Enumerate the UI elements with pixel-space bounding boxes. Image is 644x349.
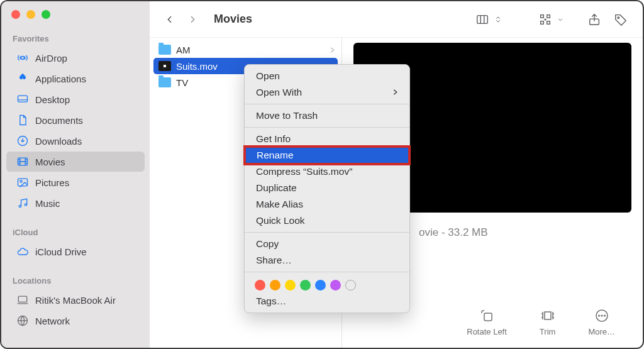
sidebar-item-macbook[interactable]: Ritik's MacBook Air	[6, 290, 145, 310]
ctx-open[interactable]: Open	[245, 68, 409, 84]
sidebar-item-airdrop[interactable]: AirDrop	[6, 48, 145, 68]
pictures-icon	[16, 176, 29, 189]
finder-window: Favorites AirDrop Applications Desktop D…	[0, 0, 644, 349]
tag-red[interactable]	[255, 280, 265, 291]
action-label: More…	[588, 327, 615, 336]
sidebar-item-label: Documents	[35, 115, 83, 126]
svg-rect-11	[541, 14, 544, 18]
ctx-get-info[interactable]: Get Info	[245, 131, 409, 147]
sidebar-item-label: Desktop	[35, 94, 70, 105]
more-button[interactable]: More…	[588, 308, 615, 336]
share-button[interactable]	[584, 11, 605, 28]
window-title: Movies	[214, 13, 252, 26]
action-label: Trim	[540, 327, 556, 336]
sidebar-item-movies[interactable]: Movies	[6, 152, 145, 172]
svg-rect-19	[545, 312, 551, 319]
ctx-make-alias[interactable]: Make Alias	[245, 196, 409, 213]
sidebar-item-network[interactable]: Network	[6, 311, 145, 331]
svg-rect-14	[547, 21, 550, 24]
trim-icon	[540, 308, 555, 323]
separator	[245, 104, 409, 104]
network-icon	[16, 314, 29, 327]
ctx-move-to-trash[interactable]: Move to Trash	[245, 108, 409, 124]
svg-rect-12	[547, 14, 550, 18]
sidebar-section-favorites: Favorites	[1, 34, 150, 47]
icloud-icon	[16, 245, 29, 258]
svg-point-17	[618, 16, 619, 18]
context-menu: Open Open With Move to Trash Get Info Re…	[244, 64, 410, 313]
svg-point-6	[19, 205, 21, 207]
ctx-open-with[interactable]: Open With	[245, 84, 409, 101]
sidebar-item-label: iCloud Drive	[35, 247, 87, 257]
sidebar-item-label: Pictures	[35, 177, 69, 188]
folder-icon	[158, 77, 171, 87]
action-label: Rotate Left	[467, 327, 507, 336]
ctx-copy[interactable]: Copy	[245, 236, 409, 252]
ctx-duplicate[interactable]: Duplicate	[245, 180, 409, 196]
movies-icon	[16, 155, 29, 168]
sidebar-item-label: Ritik's MacBook Air	[35, 295, 116, 306]
ctx-tags[interactable]: Tags…	[245, 293, 409, 309]
window-controls	[1, 10, 150, 19]
tag-purple[interactable]	[330, 280, 341, 291]
applications-icon	[16, 72, 29, 85]
sidebar-item-applications[interactable]: Applications	[6, 69, 145, 89]
sidebar-item-icloud-drive[interactable]: iCloud Drive	[6, 241, 145, 262]
file-name: Suits.mov	[176, 61, 218, 72]
svg-point-5	[20, 180, 22, 182]
svg-point-21	[598, 315, 599, 316]
chevron-right-icon	[392, 87, 398, 98]
ctx-rename[interactable]: Rename	[245, 147, 409, 163]
tag-green[interactable]	[300, 280, 311, 291]
nav-forward-button[interactable]	[184, 11, 201, 28]
folder-icon	[158, 45, 171, 55]
trim-button[interactable]: Trim	[540, 308, 556, 336]
tag-blue[interactable]	[315, 280, 326, 291]
chevron-right-icon	[330, 45, 335, 55]
svg-rect-1	[18, 96, 28, 102]
sidebar-item-label: Music	[35, 198, 60, 209]
rotate-left-button[interactable]: Rotate Left	[467, 308, 507, 336]
tags-button[interactable]	[610, 11, 631, 28]
sidebar-item-label: Applications	[35, 74, 86, 84]
sidebar-item-label: Movies	[35, 157, 65, 167]
sidebar-item-desktop[interactable]: Desktop	[6, 89, 145, 109]
separator	[245, 272, 409, 272]
tag-orange[interactable]	[270, 280, 280, 291]
minimize-window-button[interactable]	[26, 10, 35, 19]
ctx-compress[interactable]: Compress “Suits.mov”	[245, 163, 409, 180]
sidebar-item-downloads[interactable]: Downloads	[6, 131, 145, 151]
svg-point-23	[604, 315, 605, 316]
svg-point-0	[21, 57, 25, 60]
documents-icon	[16, 114, 29, 126]
tag-yellow[interactable]	[285, 280, 296, 291]
list-item[interactable]: AM	[150, 42, 341, 58]
more-icon	[594, 308, 609, 323]
sidebar-item-label: AirDrop	[35, 53, 67, 64]
sidebar-item-pictures[interactable]: Pictures	[6, 172, 145, 192]
svg-rect-13	[541, 21, 544, 24]
ctx-quick-look[interactable]: Quick Look	[245, 213, 409, 229]
sidebar: Favorites AirDrop Applications Desktop D…	[1, 1, 150, 348]
sidebar-item-label: Downloads	[35, 136, 82, 147]
sidebar-item-music[interactable]: Music	[6, 193, 145, 213]
chevron-down-icon	[556, 11, 565, 28]
rotate-left-icon	[479, 308, 494, 323]
ctx-share[interactable]: Share…	[245, 252, 409, 269]
sidebar-item-documents[interactable]: Documents	[6, 110, 145, 130]
grid-icon	[535, 11, 556, 28]
sidebar-item-label: Network	[35, 316, 70, 326]
zoom-window-button[interactable]	[42, 10, 50, 19]
separator	[245, 232, 409, 233]
airdrop-icon	[16, 52, 29, 64]
view-mode-switcher[interactable]	[472, 11, 503, 28]
columns-view-icon	[472, 11, 493, 28]
movie-file-icon	[158, 61, 171, 71]
tag-none[interactable]	[345, 280, 356, 291]
svg-point-7	[25, 204, 26, 206]
close-window-button[interactable]	[11, 10, 20, 19]
downloads-icon	[16, 135, 29, 147]
nav-back-button[interactable]	[161, 11, 179, 28]
group-by-button[interactable]	[535, 11, 565, 28]
chevron-updown-icon	[493, 11, 503, 28]
